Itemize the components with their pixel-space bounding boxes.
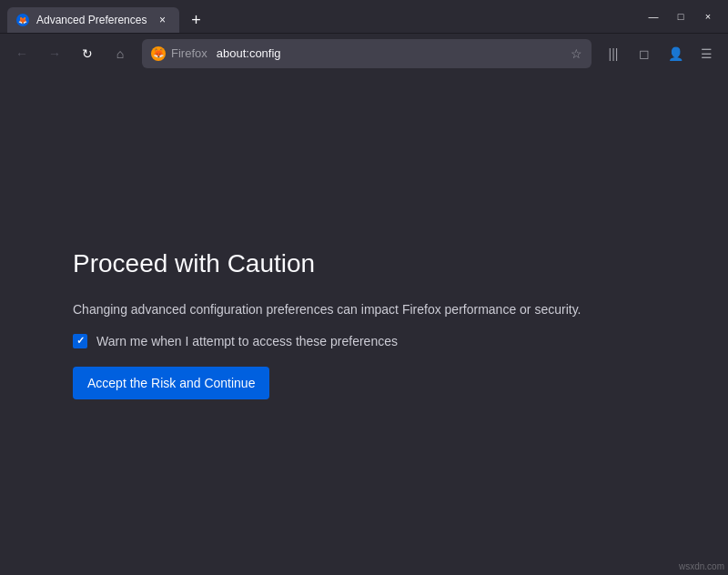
toolbar-icons: ||| ◻ 👤 ☰ bbox=[599, 39, 721, 68]
url-display[interactable]: about:config bbox=[217, 46, 565, 60]
refresh-button[interactable]: ↻ bbox=[73, 39, 102, 68]
home-button[interactable]: ⌂ bbox=[106, 39, 135, 68]
menu-icon[interactable]: ☰ bbox=[692, 39, 721, 68]
accept-risk-button[interactable]: Accept the Risk and Continue bbox=[73, 367, 269, 399]
watermark: wsxdn.com bbox=[679, 561, 724, 571]
page-title: Proceed with Caution bbox=[73, 249, 581, 278]
checkbox-check: ✓ bbox=[76, 335, 85, 347]
checkbox-row[interactable]: ✓ Warn me when I attempt to access these… bbox=[73, 334, 581, 348]
forward-button[interactable]: → bbox=[40, 39, 69, 68]
caution-description: Changing advanced configuration preferen… bbox=[73, 300, 581, 319]
caution-container: Proceed with Caution Changing advanced c… bbox=[73, 249, 581, 399]
firefox-label: Firefox bbox=[171, 46, 207, 60]
account-icon[interactable]: 👤 bbox=[661, 39, 690, 68]
new-tab-button[interactable]: + bbox=[183, 7, 208, 33]
reader-view-icon[interactable]: ||| bbox=[599, 39, 628, 68]
active-tab[interactable]: 🦊 Advanced Preferences × bbox=[7, 7, 179, 33]
tab-favicon: 🦊 bbox=[16, 14, 29, 26]
bookmark-icon[interactable]: ☆ bbox=[571, 46, 582, 61]
warn-me-checkbox[interactable]: ✓ bbox=[73, 334, 87, 348]
minimize-button[interactable]: — bbox=[641, 4, 666, 29]
checkbox-label[interactable]: Warn me when I attempt to access these p… bbox=[96, 334, 398, 348]
tab-label: Advanced Preferences bbox=[36, 14, 147, 26]
nav-bar: ← → ↻ ⌂ 🦊 Firefox about:config ☆ ||| ◻ 👤… bbox=[0, 33, 728, 73]
maximize-button[interactable]: □ bbox=[668, 4, 693, 29]
container-icon[interactable]: ◻ bbox=[630, 39, 659, 68]
tab-close-button[interactable]: × bbox=[154, 12, 170, 28]
back-button[interactable]: ← bbox=[7, 39, 36, 68]
tab-area: 🦊 Advanced Preferences × + bbox=[0, 0, 641, 33]
title-bar: 🦊 Advanced Preferences × + — □ × bbox=[0, 0, 728, 33]
window-controls: — □ × bbox=[641, 4, 728, 29]
address-bar[interactable]: 🦊 Firefox about:config ☆ bbox=[142, 39, 592, 68]
close-button[interactable]: × bbox=[695, 4, 721, 29]
firefox-icon: 🦊 bbox=[151, 46, 166, 61]
content-area: Proceed with Caution Changing advanced c… bbox=[0, 73, 728, 575]
